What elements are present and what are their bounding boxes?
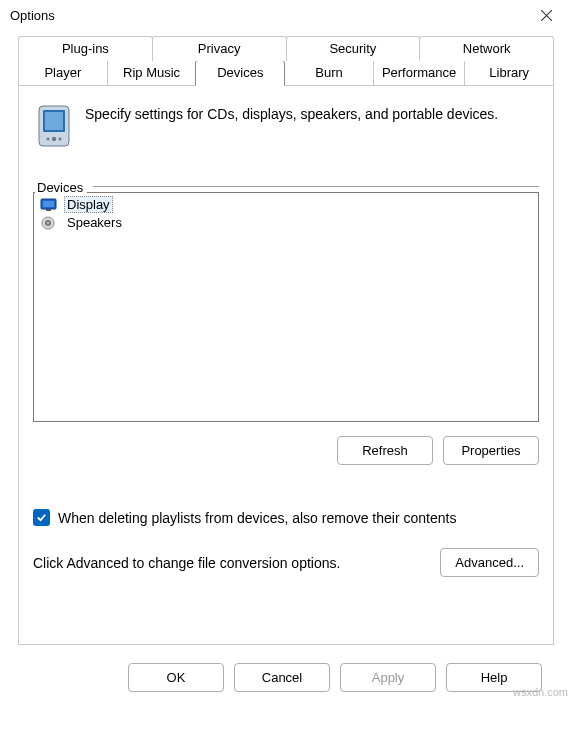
tabs-row-2: Player Rip Music Devices Burn Performanc… <box>18 61 554 85</box>
advanced-button[interactable]: Advanced... <box>440 548 539 577</box>
devices-fieldset: Devices Display <box>33 172 539 465</box>
devices-button-row: Refresh Properties <box>33 436 539 465</box>
fieldset-divider <box>93 186 539 187</box>
svg-point-13 <box>47 221 49 223</box>
device-label: Display <box>64 196 113 213</box>
header-description: Specify settings for CDs, displays, spea… <box>85 104 498 122</box>
tab-plugins[interactable]: Plug-ins <box>18 36 153 61</box>
apply-button: Apply <box>340 663 436 692</box>
tab-devices[interactable]: Devices <box>195 61 285 86</box>
refresh-button[interactable]: Refresh <box>337 436 433 465</box>
dialog-footer: OK Cancel Apply Help <box>12 645 560 692</box>
header-row: Specify settings for CDs, displays, spea… <box>33 96 539 162</box>
tab-rip-music[interactable]: Rip Music <box>107 61 197 85</box>
tab-security[interactable]: Security <box>286 36 421 61</box>
properties-button[interactable]: Properties <box>443 436 539 465</box>
advanced-row: Click Advanced to change file conversion… <box>33 548 539 577</box>
device-label: Speakers <box>64 215 125 230</box>
close-button[interactable] <box>528 3 564 27</box>
close-icon <box>541 10 552 21</box>
ok-button[interactable]: OK <box>128 663 224 692</box>
devices-listbox[interactable]: Display Speakers <box>33 192 539 422</box>
pda-icon <box>35 104 73 148</box>
tab-library[interactable]: Library <box>464 61 554 85</box>
devices-group-label: Devices <box>35 180 87 195</box>
monitor-icon <box>40 198 58 212</box>
dialog-content: Plug-ins Privacy Security Network Player… <box>0 30 572 692</box>
tab-privacy[interactable]: Privacy <box>152 36 287 61</box>
checkbox-checked-icon[interactable] <box>33 509 50 526</box>
delete-playlists-checkbox-row[interactable]: When deleting playlists from devices, al… <box>33 509 539 526</box>
cancel-button[interactable]: Cancel <box>234 663 330 692</box>
watermark: wsxdn.com <box>513 686 568 698</box>
checkbox-label: When deleting playlists from devices, al… <box>58 510 456 526</box>
device-item-display[interactable]: Display <box>36 195 536 214</box>
tab-panel-devices: Specify settings for CDs, displays, spea… <box>18 85 554 645</box>
tabs-row-1: Plug-ins Privacy Security Network <box>18 36 554 61</box>
window-title: Options <box>10 8 55 23</box>
svg-point-6 <box>52 137 56 141</box>
tab-network[interactable]: Network <box>419 36 554 61</box>
svg-point-7 <box>59 138 62 141</box>
speaker-icon <box>40 216 58 230</box>
tab-burn[interactable]: Burn <box>284 61 374 85</box>
svg-rect-9 <box>43 201 54 207</box>
advanced-text: Click Advanced to change file conversion… <box>33 555 340 571</box>
tab-player[interactable]: Player <box>18 61 108 85</box>
tab-performance[interactable]: Performance <box>373 61 465 85</box>
svg-rect-4 <box>45 112 63 130</box>
svg-rect-10 <box>46 209 51 211</box>
titlebar: Options <box>0 0 572 30</box>
device-item-speakers[interactable]: Speakers <box>36 214 536 231</box>
tabs: Plug-ins Privacy Security Network Player… <box>18 36 554 85</box>
svg-point-5 <box>47 138 50 141</box>
